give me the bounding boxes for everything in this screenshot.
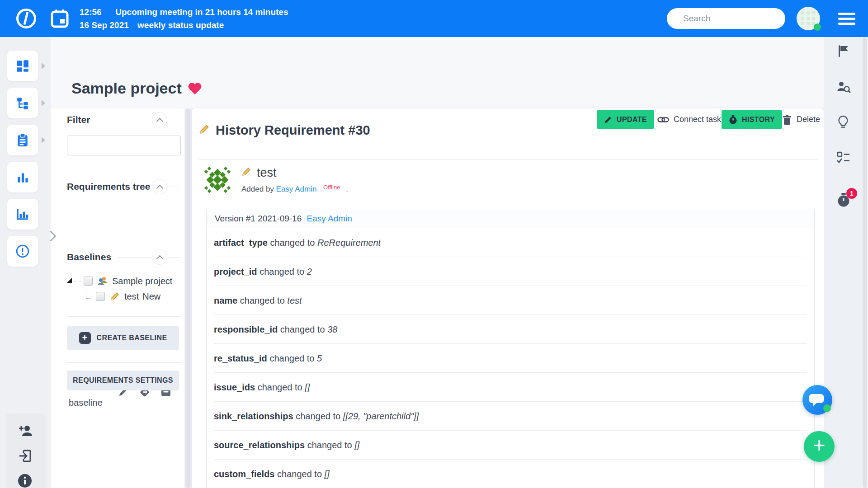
filter-input[interactable] <box>67 136 181 155</box>
tree-item-requirement[interactable]: test New <box>67 289 172 304</box>
chevron-right-icon[interactable] <box>42 100 45 106</box>
filter-section-header: Filter <box>67 112 180 127</box>
lightbulb-icon[interactable] <box>836 115 850 131</box>
hamburger-menu-icon[interactable] <box>838 13 855 25</box>
requirements-settings-button[interactable]: REQUIREMENTS SETTINGS <box>67 371 179 390</box>
history-change-row: responsible_id changed to 38 <box>214 315 807 344</box>
collapse-tree-button[interactable] <box>152 179 167 194</box>
page-title: Sample project <box>71 80 202 97</box>
create-new-fab[interactable]: + <box>804 431 835 462</box>
dashboard-icon <box>16 59 29 73</box>
add-user-icon[interactable] <box>18 423 33 440</box>
alert-icon <box>15 244 30 258</box>
heart-icon <box>188 83 202 95</box>
report-chart-icon <box>16 207 29 221</box>
author-link[interactable]: Easy Admin <box>276 185 317 193</box>
trash-icon <box>782 114 792 125</box>
update-button[interactable]: UPDATE <box>597 110 654 129</box>
tree-item-label: test <box>124 291 139 302</box>
added-by-line: Added by Easy Admin Offline . <box>241 185 348 194</box>
sidebar-item-dashboard[interactable] <box>7 51 38 81</box>
history-change-row: project_id changed to 2 <box>214 257 807 286</box>
version-author-link[interactable]: Easy Admin <box>307 214 352 223</box>
sidebar-item-alerts[interactable] <box>7 236 38 267</box>
checklist-icon[interactable] <box>836 151 851 166</box>
tree-checkbox[interactable] <box>96 292 105 301</box>
tree-checkbox[interactable] <box>84 277 93 286</box>
sidebar-item-requirements[interactable] <box>7 125 38 155</box>
online-status-dot <box>814 23 821 31</box>
collapse-baselines-button[interactable] <box>152 249 167 265</box>
meeting-countdown: Upcoming meeting in 21 hours 14 minutes <box>115 7 288 17</box>
requirements-tree-title: Requirements tree <box>67 179 156 194</box>
meeting-title: weekly status update <box>137 20 224 30</box>
link-icon <box>657 116 669 124</box>
requirement-subject: test <box>241 166 277 180</box>
topbar: 12:56 Upcoming meeting in 21 hours 14 mi… <box>0 0 868 37</box>
sidebar-bottom-panel <box>5 413 46 488</box>
create-baseline-button[interactable]: + CREATE BASELINE <box>67 326 179 350</box>
version-history-panel: Version #1 2021-09-16 Easy Admin artifac… <box>206 209 815 488</box>
plus-icon: + <box>813 433 826 457</box>
clipboard-icon <box>16 133 29 147</box>
flag-icon[interactable] <box>836 44 850 60</box>
version-header: Version #1 2021-09-16 Easy Admin <box>207 209 814 228</box>
history-change-row: source_relationships changed to [] <box>214 431 807 460</box>
requirements-side-panel: Filter Requirements tree Sample projec <box>51 108 184 488</box>
filter-title: Filter <box>67 112 96 127</box>
history-change-row: re_status_id changed to 5 <box>214 344 807 373</box>
requirement-summary: test Added by Easy Admin Offline . <box>199 159 819 208</box>
pencil-icon <box>109 291 120 302</box>
requirements-tree-section-header: Requirements tree <box>67 179 180 194</box>
pencil-icon <box>199 123 210 138</box>
user-search-icon[interactable] <box>836 80 851 96</box>
clock-time: 12:56 <box>80 5 107 19</box>
history-change-row: issue_ids changed to [] <box>214 373 807 402</box>
identicon-avatar <box>203 166 231 194</box>
chevron-right-icon[interactable] <box>42 63 45 69</box>
connect-task-button[interactable]: Connect task <box>657 110 721 129</box>
bar-chart-icon <box>16 170 29 184</box>
chat-fab[interactable] <box>802 385 832 415</box>
page-scrollbar[interactable] <box>862 37 868 488</box>
history-change-row: custom_fields changed to [] <box>214 460 807 488</box>
tree-expander-icon[interactable] <box>67 278 72 283</box>
panel-scrollbar[interactable] <box>184 108 192 488</box>
topbar-meeting-info[interactable]: 12:56 Upcoming meeting in 21 hours 14 mi… <box>80 5 288 32</box>
history-change-row: name changed to test <box>214 286 807 315</box>
history-change-row: sink_relationships changed to [[29, "par… <box>214 402 807 431</box>
project-header-band: Sample project Project overviewWBSGanttS… <box>0 37 868 108</box>
current-date: 16 Sep 2021 <box>80 19 129 32</box>
collapse-filter-button[interactable] <box>152 112 167 127</box>
baselines-section-header: Baselines <box>67 249 180 265</box>
info-icon[interactable] <box>17 473 33 488</box>
main-content: UPDATE Connect task <box>192 108 824 488</box>
logo-icon[interactable] <box>16 9 36 28</box>
sidebar-item-charts[interactable] <box>7 162 38 192</box>
delete-button[interactable]: Delete <box>782 110 820 129</box>
calendar-icon[interactable] <box>51 9 69 30</box>
left-sidebar <box>0 37 51 488</box>
sidebar-item-wbs-tree[interactable] <box>7 88 38 118</box>
group-icon <box>97 276 108 286</box>
exit-icon[interactable] <box>18 449 33 465</box>
chat-online-dot <box>823 404 831 412</box>
sidebar-item-reports[interactable] <box>7 199 38 230</box>
chevron-right-icon[interactable] <box>42 137 45 143</box>
pencil-icon <box>241 166 252 180</box>
search-input[interactable] <box>667 8 785 29</box>
tree-item-status: New <box>142 291 160 302</box>
easy-project-app: 12:56 Upcoming meeting in 21 hours 14 mi… <box>0 0 868 488</box>
stopwatch-icon <box>729 115 737 124</box>
page-heading: History Requirement #30 <box>199 123 370 138</box>
right-sidebar: 1 <box>824 37 862 488</box>
baselines-title: Baselines <box>67 249 118 265</box>
version-changes-list: artifact_type changed to ReRequirementpr… <box>207 228 814 488</box>
timer-badge: 1 <box>846 188 857 199</box>
tree-icon <box>16 96 29 110</box>
tree-item-label: Sample project <box>112 276 172 286</box>
history-button[interactable]: HISTORY <box>722 110 782 129</box>
plus-icon: + <box>79 332 91 344</box>
expand-panel-chevron[interactable] <box>45 230 57 244</box>
tree-item-project[interactable]: Sample project <box>67 273 172 289</box>
